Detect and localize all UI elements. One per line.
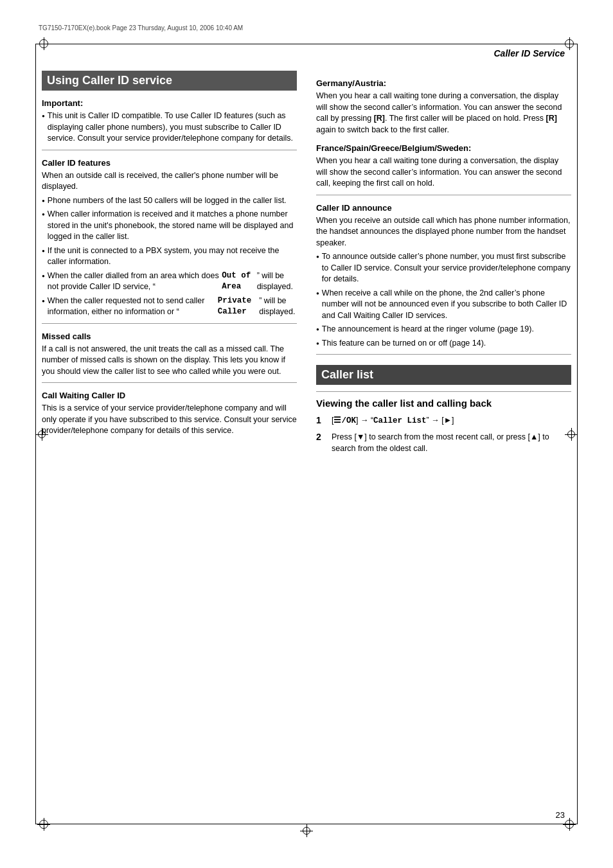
france-spain-header: France/Spain/Greece/Belgium/Sweden: bbox=[316, 143, 571, 153]
step-2-row: 2 Press [▼] to search from the most rece… bbox=[316, 432, 571, 454]
call-waiting-header: Call Waiting Caller ID bbox=[42, 391, 297, 400]
caller-id-announce-header: Caller ID announce bbox=[316, 203, 571, 213]
france-spain-text: When you hear a call waiting tone during… bbox=[316, 155, 571, 190]
missed-calls-header: Missed calls bbox=[42, 332, 297, 341]
caller-list-section: Caller list Viewing the caller list and … bbox=[316, 365, 571, 454]
important-header: Important: bbox=[42, 98, 297, 108]
list-item: This feature can be turned on or off (pa… bbox=[316, 338, 571, 350]
step-2-content: Press [▼] to search from the most recent… bbox=[332, 432, 571, 454]
divider-4 bbox=[316, 195, 571, 195]
step-1-row: 1 [☰/OK] → “Caller List” → [►] bbox=[316, 415, 571, 427]
call-waiting-text: This is a service of your service provid… bbox=[42, 403, 297, 437]
germany-austria-header: Germany/Austria: bbox=[316, 78, 571, 88]
list-item: Phone numbers of the last 50 callers wil… bbox=[42, 195, 297, 207]
divider-1 bbox=[42, 150, 297, 150]
divider-2 bbox=[42, 323, 297, 324]
caller-id-announce-bullets: To announce outside caller’s phone numbe… bbox=[316, 251, 571, 349]
viewing-caller-list-subtitle: Viewing the caller list and calling back bbox=[316, 397, 571, 410]
missed-calls-text: If a call is not answered, the unit trea… bbox=[42, 344, 297, 378]
right-column: Germany/Austria: When you hear a call wa… bbox=[316, 64, 571, 810]
list-item: To announce outside caller’s phone numbe… bbox=[316, 251, 571, 285]
divider-5 bbox=[316, 354, 571, 355]
crosshair-bottom-center bbox=[300, 824, 313, 837]
page-number: 23 bbox=[556, 810, 565, 820]
crosshair-bottom-left bbox=[37, 818, 50, 831]
step-2-number: 2 bbox=[316, 432, 326, 442]
list-item: When the caller dialled from an area whi… bbox=[42, 270, 297, 293]
divider-3 bbox=[42, 382, 297, 383]
divider-6 bbox=[316, 391, 571, 392]
caller-id-features-header: Caller ID features bbox=[42, 158, 297, 168]
list-item: This unit is Caller ID compatible. To us… bbox=[42, 111, 297, 145]
germany-austria-text: When you hear a call waiting tone during… bbox=[316, 91, 571, 136]
file-meta: TG7150-7170EX(e).book Page 23 Thursday, … bbox=[39, 24, 574, 31]
list-item: When the caller requested not to send ca… bbox=[42, 296, 297, 318]
list-item: The announcement is heard at the ringer … bbox=[316, 324, 571, 335]
page-border-top bbox=[35, 44, 578, 44]
page-header-title: Caller ID Service bbox=[493, 48, 565, 58]
crosshair-top-left bbox=[37, 37, 50, 50]
left-column: Using Caller ID service Important: This … bbox=[42, 64, 297, 810]
list-item: When receive a call while on the phone, … bbox=[316, 288, 571, 322]
list-item: If the unit is connected to a PBX system… bbox=[42, 245, 297, 268]
section-title-using-caller-id: Using Caller ID service bbox=[42, 71, 297, 91]
section-title-caller-list: Caller list bbox=[316, 365, 571, 385]
caller-id-features-bullets: Phone numbers of the last 50 callers wil… bbox=[42, 195, 297, 318]
caller-id-announce-intro: When you receive an outside call which h… bbox=[316, 215, 571, 249]
caller-id-features-intro: When an outside call is received, the ca… bbox=[42, 170, 297, 193]
crosshair-top-right bbox=[563, 37, 576, 50]
crosshair-bottom-right bbox=[563, 818, 576, 831]
content-area: Using Caller ID service Important: This … bbox=[42, 64, 571, 810]
list-item: When caller information is received and … bbox=[42, 209, 297, 243]
page-container: TG7150-7170EX(e).book Page 23 Thursday, … bbox=[0, 0, 613, 868]
important-bullets: This unit is Caller ID compatible. To us… bbox=[42, 111, 297, 145]
step-1-number: 1 bbox=[316, 415, 326, 425]
step-1-content: [☰/OK] → “Caller List” → [►] bbox=[332, 415, 454, 427]
